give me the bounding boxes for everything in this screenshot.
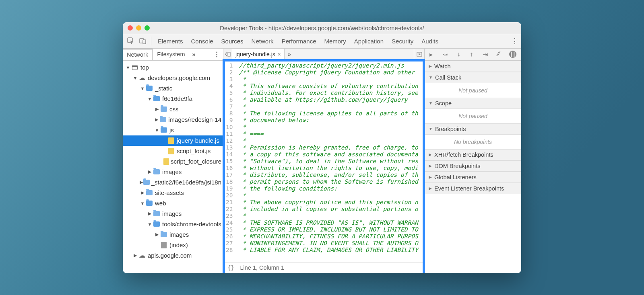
tab-sources[interactable]: Sources (217, 34, 248, 48)
tree-node[interactable]: ▶images (123, 209, 223, 219)
tree-node[interactable]: ▶images (123, 229, 223, 240)
disclosure-icon[interactable]: ▶ (140, 190, 145, 195)
tree-node[interactable]: script_foot.js (123, 146, 223, 156)
tree-node[interactable]: ▼f6e16de9fa (123, 94, 223, 104)
separator (151, 37, 151, 45)
step-out-icon[interactable]: ↑ (470, 51, 473, 58)
pretty-print-icon[interactable]: {} (227, 264, 234, 271)
js-file-icon (167, 148, 175, 154)
global-listeners-header[interactable]: ▶Global Listeners (425, 172, 521, 183)
xhr-breakpoints-header[interactable]: ▶XHR/fetch Breakpoints (425, 149, 521, 160)
folder-open-icon (160, 127, 168, 133)
debugger-toolbar: ▸ ⤼ ↓ ↑ ⇥ ⁄⁄ ┃┃ (425, 49, 521, 61)
folder-open-icon (145, 201, 153, 206)
disclosure-icon[interactable]: ▶ (147, 211, 153, 216)
folder-icon (153, 211, 161, 216)
navigator-subtab-filesystem[interactable]: Filesystem (153, 49, 189, 60)
tree-node[interactable]: ▼js (123, 125, 223, 135)
disclosure-icon[interactable]: ▼ (147, 222, 153, 227)
toolbar-more-icon[interactable]: ⋮ (511, 37, 519, 45)
code-content: //third_party/javascript/jquery2/jquery2… (236, 61, 420, 262)
tree-node-label: images (169, 231, 189, 238)
scope-header[interactable]: ▼Scope (425, 98, 521, 109)
tree-node[interactable]: ▼web (123, 198, 223, 209)
debugger-panel: ▸ ⤼ ↓ ↑ ⇥ ⁄⁄ ┃┃ ▶Watch ▼Call Stack Not p… (425, 49, 521, 273)
tree-node[interactable]: ▶images (123, 167, 223, 177)
tree-node-label: _static2/f6e16de9fa/jsi18n (151, 179, 221, 186)
tree-node-label: _static (155, 85, 172, 92)
tab-application[interactable]: Application (350, 34, 388, 48)
disclosure-icon[interactable]: ▼ (132, 76, 138, 80)
disclosure-icon[interactable]: ▶ (154, 117, 159, 122)
inspect-icon[interactable] (125, 37, 136, 45)
tab-elements[interactable]: Elements (154, 34, 187, 48)
editor-run-snippet-icon[interactable] (414, 49, 424, 60)
disclosure-icon[interactable]: ▶ (140, 180, 143, 185)
tree-node[interactable]: ▶_static2/f6e16de9fa/jsi18n (123, 177, 223, 188)
tree-node[interactable]: ▼tools/chrome-devtools (123, 219, 223, 229)
watch-header[interactable]: ▶Watch (425, 61, 521, 72)
tree-node-label: site-assets (155, 189, 184, 196)
navigator-subtab-network[interactable]: Network (123, 49, 153, 60)
disclosure-icon[interactable]: ▶ (132, 253, 138, 258)
pause-exceptions-icon[interactable]: ┃┃ (509, 51, 516, 58)
main-area: NetworkFilesystem » ⋮ ▼top▼☁developers.g… (123, 49, 521, 273)
tree-node[interactable]: ▶images/redesign-14 (123, 115, 223, 125)
disclosure-icon[interactable]: ▼ (140, 201, 145, 206)
navigator-kebab-icon[interactable]: ⋮ (211, 51, 223, 57)
close-tab-icon[interactable]: × (278, 51, 281, 57)
file-tree[interactable]: ▼top▼☁developers.google.com▼_static▼f6e1… (123, 61, 223, 273)
tab-audits[interactable]: Audits (417, 34, 442, 48)
editor-file-tab[interactable]: jquery-bundle.js × (232, 49, 285, 60)
disclosure-icon[interactable]: ▼ (125, 65, 131, 70)
disclosure-icon[interactable]: ▼ (140, 86, 145, 91)
domain-icon: ☁ (138, 252, 146, 259)
callstack-header[interactable]: ▼Call Stack (425, 72, 521, 83)
device-toggle-icon[interactable] (137, 37, 149, 45)
deactivate-breakpoints-icon[interactable]: ⁄⁄ (497, 51, 500, 58)
minimize-window-icon[interactable] (136, 25, 141, 31)
tab-network[interactable]: Network (248, 34, 278, 48)
tree-node[interactable]: (index) (123, 240, 223, 250)
step-into-icon[interactable]: ↓ (457, 51, 460, 58)
code-editor[interactable]: 1234567891011121314151617181920212223242… (223, 61, 424, 262)
folder-icon (160, 107, 168, 112)
close-window-icon[interactable] (128, 25, 133, 31)
tab-console[interactable]: Console (187, 34, 217, 48)
disclosure-icon[interactable]: ▼ (154, 128, 160, 133)
tree-node[interactable]: ▶css (123, 104, 223, 115)
step-over-icon[interactable]: ⤼ (442, 51, 448, 58)
editor-more-tabs-icon[interactable]: » (285, 51, 294, 57)
tree-node[interactable]: script_foot_closure (123, 156, 223, 167)
dom-breakpoints-header[interactable]: ▶DOM Breakpoints (425, 160, 521, 172)
tree-node-label: web (155, 200, 166, 207)
disclosure-icon[interactable]: ▼ (147, 96, 153, 101)
tab-memory[interactable]: Memory (320, 34, 350, 48)
folder-open-icon (153, 96, 161, 101)
step-icon[interactable]: ⇥ (483, 51, 488, 58)
tab-security[interactable]: Security (388, 34, 417, 48)
navigator-more-icon[interactable]: » (189, 51, 198, 57)
js-file-icon (163, 158, 169, 165)
editor-nav-icon[interactable] (223, 49, 232, 60)
tree-node[interactable]: ▼top (123, 62, 223, 73)
event-listener-breakpoints-header[interactable]: ▶Event Listener Breakpoints (425, 183, 521, 194)
folder-icon (159, 117, 167, 122)
resume-icon[interactable]: ▸ (429, 51, 433, 58)
tree-node[interactable]: ▼_static (123, 83, 223, 94)
disclosure-icon[interactable]: ▶ (154, 107, 160, 112)
tree-node[interactable]: jquery-bundle.js (123, 135, 223, 146)
navigator-subtabs: NetworkFilesystem » ⋮ (123, 49, 223, 61)
tree-node-label: css (169, 106, 179, 113)
frame-icon (131, 65, 139, 70)
tab-performance[interactable]: Performance (278, 34, 320, 48)
zoom-window-icon[interactable] (144, 25, 150, 31)
tree-node-label: script_foot.js (177, 148, 211, 154)
tree-node[interactable]: ▶☁apis.google.com (123, 250, 223, 261)
breakpoints-header[interactable]: ▼Breakpoints (425, 123, 521, 135)
tree-node[interactable]: ▼☁developers.google.com (123, 73, 223, 83)
disclosure-icon[interactable]: ▶ (154, 232, 160, 237)
disclosure-icon[interactable]: ▶ (147, 169, 153, 174)
tree-node[interactable]: ▶site-assets (123, 188, 223, 198)
callstack-body: Not paused (425, 83, 521, 98)
